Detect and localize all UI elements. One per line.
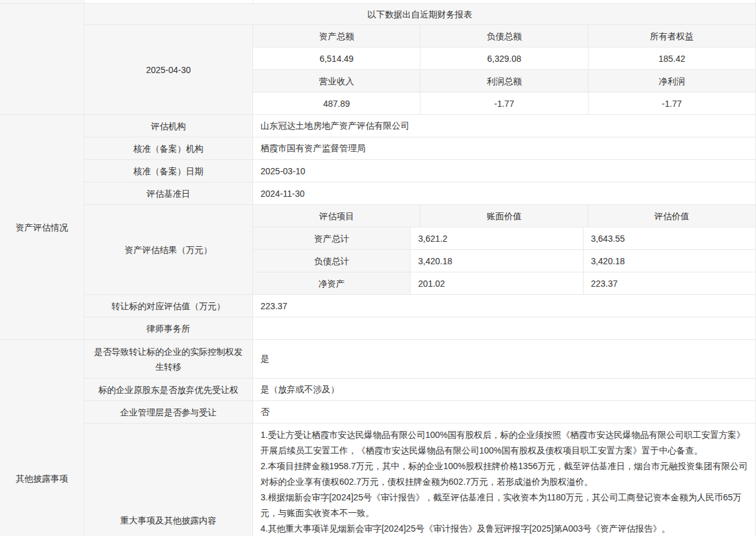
disclosure-band: 其他披露事项 是否导致转让标的企业的实际控制权发生转移 是 标的企业原股东是否放…: [0, 340, 755, 536]
evaluation-result-table: 资产评估结果（万元） 评估项目 账面价值 评估价值 资产总计 3,621.2 3…: [84, 205, 755, 295]
disclosure-paragraph: 2.本项目挂牌金额1958.7万元，其中，标的企业100%股权挂牌价格1356万…: [261, 459, 748, 490]
financial-value: -1.77: [589, 92, 755, 115]
result-assessed-value: 3,643.55: [584, 227, 755, 250]
financial-group-cell: [0, 4, 84, 115]
result-item: 负债总计: [253, 250, 410, 272]
financial-header: 所有者权益: [589, 25, 755, 47]
disclosure-group-label: 其他披露事项: [0, 340, 84, 536]
financial-value: 487.89: [253, 92, 420, 115]
financial-value: -1.77: [420, 92, 588, 115]
row-label: 律师事务所: [84, 317, 253, 340]
evaluation-band: 资产评估情况 评估机构 山东冠达土地房地产资产评估有限公司 核准（备案）机构 栖…: [0, 115, 755, 340]
result-item: 净资产: [253, 272, 410, 295]
financial-header: 利润总额: [420, 70, 588, 92]
result-table-header: 评估价值: [589, 205, 755, 227]
row-label: 评估基准日: [84, 182, 253, 205]
financial-header: 营业收入: [253, 70, 420, 92]
disclosure-table: 以下数据出自近期财务报表 2025-04-30 资产总额 负债总额 所有者权益 …: [0, 0, 756, 536]
row-label: 资产评估结果（万元）: [84, 205, 253, 295]
row-value: 是: [253, 340, 755, 379]
major-items-content: 1.受让方受让栖霞市安达民爆物品有限公司100%国有股权后，标的企业须按照《栖霞…: [253, 424, 755, 536]
result-table-header: 评估项目: [253, 205, 420, 227]
financial-band: 以下数据出自近期财务报表 2025-04-30 资产总额 负债总额 所有者权益 …: [0, 4, 755, 115]
result-table-header: 账面价值: [420, 205, 588, 227]
row-value: 山东冠达土地房地产资产评估有限公司: [253, 115, 755, 137]
row-label: 是否导致转让标的企业的实际控制权发生转移: [84, 340, 253, 379]
disclosure-paragraph: 4.其他重大事项详见烟新会审字[2024]25号《审计报告》及鲁冠评报字[202…: [261, 521, 748, 536]
financial-value: 6,514.49: [253, 47, 420, 70]
financial-value: 185.42: [589, 47, 755, 70]
row-label: 转让标的对应评估值（万元）: [84, 295, 253, 317]
result-assessed-value: 223.37: [584, 272, 755, 295]
result-book-value: 3,420.18: [410, 250, 583, 272]
row-label: 核准（备案）日期: [84, 160, 253, 182]
row-value: 223.37: [253, 295, 755, 317]
row-value: 栖霞市国有资产监督管理局: [253, 137, 755, 160]
row-label: 核准（备案）机构: [84, 137, 253, 160]
financial-date-cell: 2025-04-30: [84, 25, 253, 115]
row-value: 否: [253, 401, 755, 424]
row-value: [253, 317, 755, 340]
row-value: 2025-03-10: [253, 160, 755, 182]
financial-header: 负债总额: [420, 25, 588, 47]
row-label: 标的企业原股东是否放弃优先受让权: [84, 379, 253, 401]
row-label: 评估机构: [84, 115, 253, 137]
financial-value: 6,329.08: [420, 47, 588, 70]
result-book-value: 3,621.2: [410, 227, 583, 250]
row-label: 企业管理层是否参与受让: [84, 401, 253, 424]
row-value: 是（放弃或不涉及）: [253, 379, 755, 401]
result-book-value: 201.02: [410, 272, 583, 295]
financial-header: 资产总额: [253, 25, 420, 47]
row-value: 2024-11-30: [253, 182, 755, 205]
result-item: 资产总计: [253, 227, 410, 250]
result-assessed-value: 3,420.18: [584, 250, 755, 272]
disclosure-paragraph: 1.受让方受让栖霞市安达民爆物品有限公司100%国有股权后，标的企业须按照《栖霞…: [261, 427, 748, 459]
financial-note: 以下数据出自近期财务报表: [84, 4, 755, 25]
evaluation-group-label: 资产评估情况: [0, 115, 84, 340]
financial-header: 净利润: [589, 70, 755, 92]
row-label: 重大事项及其他披露内容: [84, 424, 253, 536]
disclosure-paragraph: 3.根据烟新会审字[2024]25号《审计报告》，截至评估基准日，实收资本为11…: [261, 490, 748, 521]
